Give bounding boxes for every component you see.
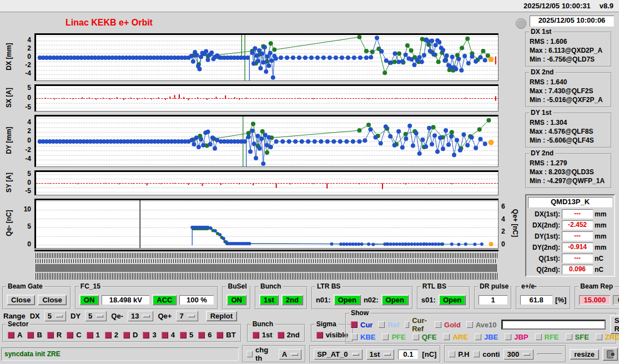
show-are-checkbox[interactable] xyxy=(443,333,450,340)
sector-bt-checkbox[interactable] xyxy=(217,332,223,338)
beam-gate-close1-button[interactable]: Close xyxy=(7,295,35,305)
show-rfe-checkbox[interactable] xyxy=(535,333,542,340)
sector-2-checkbox[interactable] xyxy=(105,332,112,338)
monitor-row-unit: mm xyxy=(595,221,608,229)
bunch-1st-button[interactable]: 1st xyxy=(259,295,279,305)
sector-c-checkbox[interactable] xyxy=(67,332,73,338)
show-gold-checkbox[interactable] xyxy=(435,321,441,328)
sector-d-checkbox[interactable] xyxy=(123,332,130,338)
stat-group: DX 1stRMS : 1.606Max : 6.113@QXD2P_AMin … xyxy=(525,32,612,67)
show-ref-checkbox[interactable] xyxy=(378,321,385,328)
monitor-row: DX(2nd):-2.452mm xyxy=(528,220,612,230)
sp-bunch-dropdown[interactable]: 1st xyxy=(366,349,395,360)
stat-group-title: DY 2nd xyxy=(529,149,555,157)
show-label: QFE xyxy=(422,333,437,341)
range-dy-label: DY xyxy=(71,312,80,320)
sp-at-dropdown[interactable]: SP_AT_0 xyxy=(314,349,362,360)
monitor-row: DY(1st):---mm xyxy=(528,231,612,241)
show-zre-checkbox[interactable] xyxy=(596,333,602,340)
sector-b-checkbox[interactable] xyxy=(27,332,34,338)
chg-th-dropdown[interactable]: A xyxy=(279,349,301,360)
monitor-row-value: --- xyxy=(562,254,593,263)
ltr-n01-open-button[interactable]: Open xyxy=(334,295,361,305)
y-tick: 0 xyxy=(13,179,31,186)
show-label: Ref xyxy=(387,321,399,329)
beam-rep-title: Beam Rep xyxy=(578,282,615,290)
stat-group-title: DX 2nd xyxy=(529,68,555,76)
y-axis-label: Qe- [nC] xyxy=(5,196,13,250)
sector-item: 2 xyxy=(105,331,118,339)
show-kbe-checkbox[interactable] xyxy=(351,333,358,340)
rtl-s01-open-button[interactable]: Open xyxy=(439,295,466,305)
fc15-percent-field[interactable]: 100 % xyxy=(179,295,214,305)
bunch-select-1st-checkbox[interactable] xyxy=(253,332,259,338)
bpm-label-strip xyxy=(36,253,497,258)
beam-gate-group: Beam Gate Close Close xyxy=(2,286,71,310)
beam-gate-close2-button[interactable]: Close xyxy=(38,295,66,305)
rtl-bs-group: RTL BS s01: Open xyxy=(417,286,470,310)
fc15-on-button[interactable]: ON xyxy=(79,295,99,305)
sector-r-checkbox[interactable] xyxy=(47,332,54,338)
stat-group-title: DX 1st xyxy=(529,28,553,36)
threshold-field[interactable]: 0.1 xyxy=(398,350,418,359)
replot-button[interactable]: Replot xyxy=(206,311,237,321)
bunch-select-2nd-checkbox[interactable] xyxy=(278,332,284,338)
stat-group: DY 1stRMS : 1.304Max : 4.576@QLF8SMin : … xyxy=(525,113,612,148)
show-ave10-checkbox[interactable] xyxy=(466,321,473,328)
stat-row: Min : -5.606@QLF4S xyxy=(530,136,608,145)
fc15-acc-button[interactable]: ACC xyxy=(152,295,177,305)
sector-item: 1 xyxy=(87,331,100,339)
resize-button[interactable]: resize xyxy=(570,349,599,360)
bpm-label-strip xyxy=(36,273,497,280)
show-qfe-checkbox[interactable] xyxy=(412,333,419,340)
stat-row: RMS : 1.606 xyxy=(530,37,608,46)
sector-6-checkbox[interactable] xyxy=(198,332,205,338)
sector-label: 1 xyxy=(96,331,100,339)
chg-th-checkbox[interactable] xyxy=(246,351,253,357)
screenshot-button[interactable] xyxy=(602,347,618,361)
dropdown-bar-icon xyxy=(143,315,150,317)
blank-field[interactable] xyxy=(537,353,562,355)
threshold-unit: [nC] xyxy=(422,350,436,358)
sigma-visible-checkbox[interactable] xyxy=(316,332,323,338)
sector-5-checkbox[interactable] xyxy=(180,332,187,338)
show-cur-ref-checkbox[interactable] xyxy=(405,321,409,328)
range-qe-plus-dropdown[interactable]: 7 xyxy=(176,311,198,321)
show-pfe-checkbox[interactable] xyxy=(382,333,389,340)
bunch-2nd-button[interactable]: 2nd xyxy=(281,295,303,305)
sector-a-checkbox[interactable] xyxy=(8,332,14,338)
range-dx-dropdown[interactable]: 5 xyxy=(44,311,66,321)
show-item: SFE xyxy=(566,333,589,341)
sector-1-checkbox[interactable] xyxy=(87,332,93,338)
range-dy-dropdown[interactable]: 5 xyxy=(85,311,107,321)
ltr-bs-title: LTR BS xyxy=(315,282,342,290)
sector-3-checkbox[interactable] xyxy=(143,332,149,338)
camera-icon xyxy=(607,350,613,358)
range-row: Range DX 5 DY 5 Qe- 13 Qe+ 7 Replot xyxy=(3,311,237,321)
status-message-box: syncdata init ZRE xyxy=(1,347,239,361)
dr-pulse-field[interactable]: 1 xyxy=(479,295,507,305)
conti-checkbox[interactable] xyxy=(473,351,480,357)
ph-checkbox[interactable] xyxy=(449,351,455,357)
sector-title: Sector xyxy=(6,320,30,328)
show-jbe-checkbox[interactable] xyxy=(475,333,481,340)
ref-name-input[interactable] xyxy=(501,320,606,330)
stat-row: Max : 8.203@QLD3S xyxy=(530,168,608,176)
e-ratio-field[interactable]: 61.8 xyxy=(520,295,552,305)
count-dropdown[interactable]: 300 xyxy=(504,349,534,360)
show-cur-checkbox[interactable] xyxy=(351,321,358,328)
sector-4-checkbox[interactable] xyxy=(162,332,168,338)
ltr-n02-open-button[interactable]: Open xyxy=(381,295,409,305)
y-tick: -4 xyxy=(13,69,31,77)
plot-dx xyxy=(34,33,499,81)
y-tick: 0 xyxy=(13,53,31,60)
busel-on-button[interactable]: ON xyxy=(227,295,246,305)
show-sfe-checkbox[interactable] xyxy=(566,333,572,340)
show-jbp-checkbox[interactable] xyxy=(505,333,511,340)
ltr-n02-label: n02: xyxy=(364,296,379,304)
set-ref-button[interactable]: Set Ref xyxy=(610,315,619,334)
range-qe-minus-dropdown[interactable]: 13 xyxy=(128,311,153,321)
titlebar-version: v8.9 xyxy=(600,2,613,10)
fc15-kv-field[interactable]: 18.498 kV xyxy=(102,295,149,305)
monitor-row-unit: nC xyxy=(595,266,608,274)
